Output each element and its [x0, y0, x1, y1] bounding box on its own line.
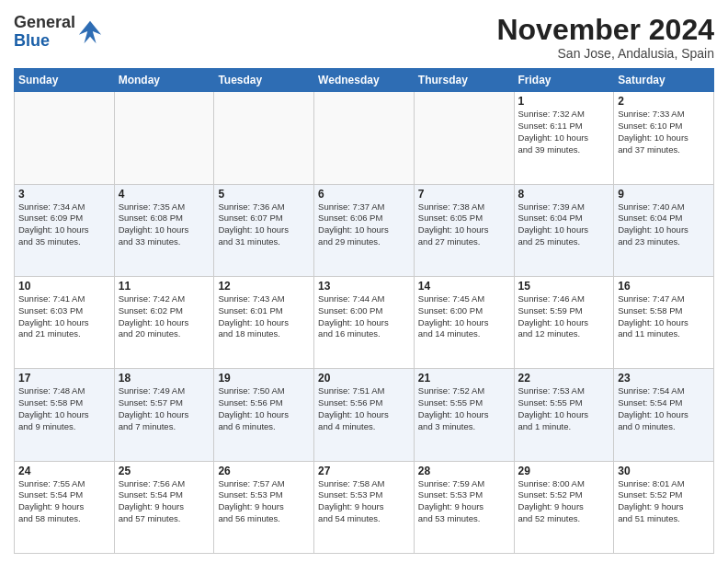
day-number: 25 — [119, 465, 210, 477]
svg-marker-0 — [79, 21, 101, 43]
day-detail: Sunrise: 7:50 AM Sunset: 5:56 PM Dayligh… — [218, 385, 310, 432]
table-row: 25Sunrise: 7:56 AM Sunset: 5:54 PM Dayli… — [114, 461, 214, 553]
table-row: 5Sunrise: 7:36 AM Sunset: 6:07 PM Daylig… — [214, 184, 314, 276]
day-detail: Sunrise: 7:45 AM Sunset: 6:00 PM Dayligh… — [418, 293, 510, 340]
table-row: 27Sunrise: 7:58 AM Sunset: 5:53 PM Dayli… — [314, 461, 415, 553]
day-detail: Sunrise: 7:57 AM Sunset: 5:53 PM Dayligh… — [218, 478, 310, 525]
table-row: 28Sunrise: 7:59 AM Sunset: 5:53 PM Dayli… — [414, 461, 514, 553]
month-title: November 2024 — [496, 14, 714, 46]
day-number: 24 — [18, 465, 110, 477]
day-number: 8 — [518, 188, 610, 201]
day-number: 10 — [18, 280, 110, 293]
day-number: 27 — [318, 465, 410, 477]
day-detail: Sunrise: 7:56 AM Sunset: 5:54 PM Dayligh… — [119, 478, 210, 525]
day-number: 9 — [618, 188, 710, 201]
col-wednesday: Wednesday — [314, 69, 415, 92]
page: General Blue November 2024 San Jose, And… — [0, 0, 728, 563]
table-row: 1Sunrise: 7:32 AM Sunset: 6:11 PM Daylig… — [514, 92, 614, 184]
day-number: 29 — [518, 465, 610, 477]
table-row — [414, 92, 514, 184]
logo: General Blue — [14, 14, 103, 51]
day-number: 3 — [18, 188, 110, 201]
calendar-week-row: 24Sunrise: 7:55 AM Sunset: 5:54 PM Dayli… — [15, 461, 714, 553]
day-detail: Sunrise: 7:41 AM Sunset: 6:03 PM Dayligh… — [18, 293, 110, 340]
day-number: 14 — [418, 280, 510, 293]
table-row — [114, 92, 214, 184]
day-detail: Sunrise: 7:44 AM Sunset: 6:00 PM Dayligh… — [318, 293, 410, 340]
day-number: 7 — [418, 188, 510, 201]
day-detail: Sunrise: 7:39 AM Sunset: 6:04 PM Dayligh… — [518, 201, 610, 248]
day-detail: Sunrise: 7:36 AM Sunset: 6:07 PM Dayligh… — [218, 201, 310, 248]
day-number: 18 — [119, 372, 210, 385]
day-number: 26 — [218, 465, 310, 477]
table-row: 16Sunrise: 7:47 AM Sunset: 5:58 PM Dayli… — [614, 276, 714, 368]
table-row: 18Sunrise: 7:49 AM Sunset: 5:57 PM Dayli… — [114, 369, 214, 461]
day-number: 20 — [318, 372, 410, 385]
table-row: 15Sunrise: 7:46 AM Sunset: 5:59 PM Dayli… — [514, 276, 614, 368]
table-row: 12Sunrise: 7:43 AM Sunset: 6:01 PM Dayli… — [214, 276, 314, 368]
col-sunday: Sunday — [15, 69, 115, 92]
calendar-week-row: 1Sunrise: 7:32 AM Sunset: 6:11 PM Daylig… — [15, 92, 714, 184]
table-row: 19Sunrise: 7:50 AM Sunset: 5:56 PM Dayli… — [214, 369, 314, 461]
col-tuesday: Tuesday — [214, 69, 314, 92]
col-monday: Monday — [114, 69, 214, 92]
table-row: 3Sunrise: 7:34 AM Sunset: 6:09 PM Daylig… — [15, 184, 115, 276]
table-row: 13Sunrise: 7:44 AM Sunset: 6:00 PM Dayli… — [314, 276, 415, 368]
day-detail: Sunrise: 7:32 AM Sunset: 6:11 PM Dayligh… — [518, 109, 610, 155]
day-number: 16 — [618, 280, 710, 293]
table-row: 26Sunrise: 7:57 AM Sunset: 5:53 PM Dayli… — [214, 461, 314, 553]
table-row: 4Sunrise: 7:35 AM Sunset: 6:08 PM Daylig… — [114, 184, 214, 276]
col-thursday: Thursday — [414, 69, 514, 92]
calendar-table: Sunday Monday Tuesday Wednesday Thursday… — [14, 68, 714, 554]
calendar-week-row: 3Sunrise: 7:34 AM Sunset: 6:09 PM Daylig… — [15, 184, 714, 276]
logo-icon — [77, 19, 103, 45]
day-detail: Sunrise: 7:40 AM Sunset: 6:04 PM Dayligh… — [618, 201, 710, 248]
day-detail: Sunrise: 7:55 AM Sunset: 5:54 PM Dayligh… — [18, 478, 110, 525]
day-detail: Sunrise: 8:00 AM Sunset: 5:52 PM Dayligh… — [518, 478, 610, 525]
header: General Blue November 2024 San Jose, And… — [14, 14, 714, 61]
day-detail: Sunrise: 7:42 AM Sunset: 6:02 PM Dayligh… — [119, 293, 210, 340]
table-row: 10Sunrise: 7:41 AM Sunset: 6:03 PM Dayli… — [15, 276, 115, 368]
col-friday: Friday — [514, 69, 614, 92]
day-number: 17 — [18, 372, 110, 385]
table-row: 14Sunrise: 7:45 AM Sunset: 6:00 PM Dayli… — [414, 276, 514, 368]
calendar-week-row: 10Sunrise: 7:41 AM Sunset: 6:03 PM Dayli… — [15, 276, 714, 368]
table-row: 8Sunrise: 7:39 AM Sunset: 6:04 PM Daylig… — [514, 184, 614, 276]
table-row — [214, 92, 314, 184]
day-detail: Sunrise: 7:37 AM Sunset: 6:06 PM Dayligh… — [318, 201, 410, 248]
table-row — [15, 92, 115, 184]
table-row: 11Sunrise: 7:42 AM Sunset: 6:02 PM Dayli… — [114, 276, 214, 368]
col-saturday: Saturday — [614, 69, 714, 92]
day-number: 22 — [518, 372, 610, 385]
day-number: 15 — [518, 280, 610, 293]
logo-blue: Blue — [14, 31, 50, 50]
day-detail: Sunrise: 7:59 AM Sunset: 5:53 PM Dayligh… — [418, 478, 510, 525]
calendar-week-row: 17Sunrise: 7:48 AM Sunset: 5:58 PM Dayli… — [15, 369, 714, 461]
day-number: 12 — [218, 280, 310, 293]
day-number: 28 — [418, 465, 510, 477]
day-detail: Sunrise: 7:38 AM Sunset: 6:05 PM Dayligh… — [418, 201, 510, 248]
day-detail: Sunrise: 7:46 AM Sunset: 5:59 PM Dayligh… — [518, 293, 610, 340]
table-row: 7Sunrise: 7:38 AM Sunset: 6:05 PM Daylig… — [414, 184, 514, 276]
day-number: 19 — [218, 372, 310, 385]
day-detail: Sunrise: 7:51 AM Sunset: 5:56 PM Dayligh… — [318, 385, 410, 432]
day-detail: Sunrise: 7:34 AM Sunset: 6:09 PM Dayligh… — [18, 201, 110, 248]
day-detail: Sunrise: 7:54 AM Sunset: 5:54 PM Dayligh… — [618, 385, 710, 432]
day-number: 4 — [119, 188, 210, 201]
day-number: 5 — [218, 188, 310, 201]
day-number: 1 — [518, 95, 610, 108]
day-detail: Sunrise: 7:43 AM Sunset: 6:01 PM Dayligh… — [218, 293, 310, 340]
day-detail: Sunrise: 7:49 AM Sunset: 5:57 PM Dayligh… — [119, 385, 210, 432]
table-row: 6Sunrise: 7:37 AM Sunset: 6:06 PM Daylig… — [314, 184, 415, 276]
title-block: November 2024 San Jose, Andalusia, Spain — [496, 14, 714, 61]
day-detail: Sunrise: 7:52 AM Sunset: 5:55 PM Dayligh… — [418, 385, 510, 432]
table-row: 29Sunrise: 8:00 AM Sunset: 5:52 PM Dayli… — [514, 461, 614, 553]
day-number: 30 — [618, 465, 710, 477]
day-detail: Sunrise: 8:01 AM Sunset: 5:52 PM Dayligh… — [618, 478, 710, 525]
day-number: 21 — [418, 372, 510, 385]
table-row: 21Sunrise: 7:52 AM Sunset: 5:55 PM Dayli… — [414, 369, 514, 461]
table-row: 9Sunrise: 7:40 AM Sunset: 6:04 PM Daylig… — [614, 184, 714, 276]
table-row: 2Sunrise: 7:33 AM Sunset: 6:10 PM Daylig… — [614, 92, 714, 184]
day-detail: Sunrise: 7:53 AM Sunset: 5:55 PM Dayligh… — [518, 385, 610, 432]
day-detail: Sunrise: 7:33 AM Sunset: 6:10 PM Dayligh… — [618, 109, 710, 155]
